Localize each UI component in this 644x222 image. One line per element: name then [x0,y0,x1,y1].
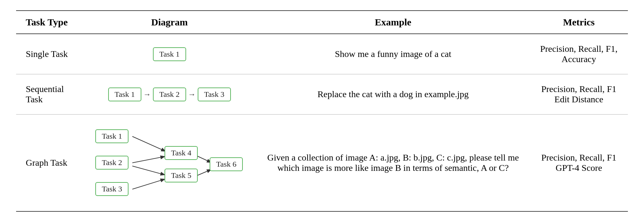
main-table-wrapper: Task Type Diagram Example Metrics Single… [16,10,628,212]
diagram-graph: Task 1 Task 2 Task 3 [92,124,247,201]
task-type-single: Single Task [16,34,82,74]
diagram-sequential: Task 1 → Task 2 → Task 3 [92,88,247,101]
graph-task-box-3: Task 3 [95,182,128,196]
arrow-2: → [188,90,196,99]
task-box-1: Task 1 [153,47,186,61]
table-row: Graph Task [16,115,628,211]
graph-task-box-5: Task 5 [165,169,198,182]
seq-task-box-3: Task 3 [198,88,231,101]
graph-task-box-2: Task 2 [95,156,128,170]
svg-line-1 [132,136,166,152]
graph-task-box-1: Task 1 [95,129,128,143]
svg-line-3 [132,166,166,175]
table-row: Sequential Task Task 1 → Task 2 → Task 3… [16,74,628,115]
svg-line-4 [132,179,166,189]
metrics-sequential: Precision, Recall, F1 Edit Distance [530,74,628,115]
task-type-sequential: Sequential Task [16,74,82,115]
example-graph: Given a collection of image A: a.jpg, B:… [256,115,530,211]
table-row: Single Task Task 1 Show me a funny image… [16,34,628,74]
example-sequential: Replace the cat with a dog in example.jp… [256,74,530,115]
svg-line-2 [132,156,166,163]
header-task-type: Task Type [16,11,82,34]
graph-svg-container: Task 1 Task 2 Task 3 [92,124,247,201]
task-type-graph: Graph Task [16,115,82,211]
graph-task-box-4: Task 4 [165,146,198,160]
diagram-sequential-cell: Task 1 → Task 2 → Task 3 [82,74,256,115]
diagram-single-cell: Task 1 [82,34,256,74]
diagram-single: Task 1 [92,47,247,61]
metrics-single: Precision, Recall, F1, Accuracy [530,34,628,74]
graph-task-box-6: Task 6 [210,157,243,171]
arrow-1: → [143,90,151,99]
main-table: Task Type Diagram Example Metrics Single… [16,11,628,211]
header-diagram: Diagram [82,11,256,34]
seq-task-box-2: Task 2 [153,88,186,101]
diagram-graph-cell: Task 1 Task 2 Task 3 [82,115,256,211]
metrics-graph: Precision, Recall, F1 GPT-4 Score [530,115,628,211]
example-single: Show me a funny image of a cat [256,34,530,74]
header-example: Example [256,11,530,34]
header-row: Task Type Diagram Example Metrics [16,11,628,34]
header-metrics: Metrics [530,11,628,34]
seq-task-box-1: Task 1 [108,88,141,101]
